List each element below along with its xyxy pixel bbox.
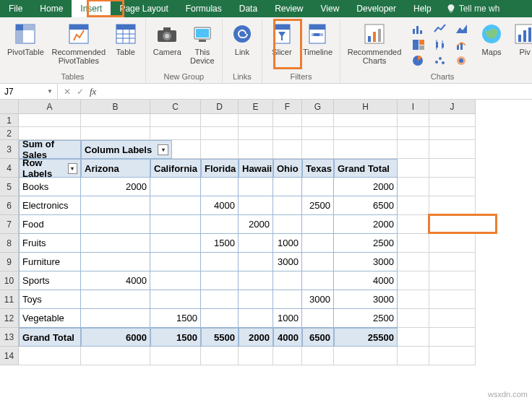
cell[interactable]: Sum of Sales bbox=[19, 140, 81, 159]
row-header[interactable]: 10 bbox=[0, 271, 19, 290]
cell[interactable] bbox=[239, 271, 273, 290]
cell[interactable] bbox=[429, 178, 476, 196]
cell[interactable] bbox=[398, 347, 429, 365]
cell[interactable] bbox=[150, 127, 201, 140]
cell[interactable] bbox=[302, 271, 334, 290]
cell[interactable] bbox=[398, 309, 429, 328]
column-header[interactable]: D bbox=[201, 100, 239, 114]
pivotchart-button[interactable]: Piv bbox=[510, 20, 532, 58]
recommended-pivottables-button[interactable]: Recommended PivotTables bbox=[50, 20, 108, 66]
cell[interactable] bbox=[81, 309, 150, 328]
cell[interactable] bbox=[239, 127, 273, 140]
cell[interactable] bbox=[398, 114, 429, 127]
cell[interactable]: Toys bbox=[19, 290, 81, 309]
tell-me-search[interactable]: Tell me wh bbox=[446, 4, 500, 14]
cell[interactable] bbox=[81, 290, 150, 309]
cell[interactable]: Books bbox=[19, 178, 81, 196]
camera-button[interactable]: Camera bbox=[150, 20, 184, 58]
cell[interactable]: Electronics bbox=[19, 196, 81, 215]
row-header[interactable]: 14 bbox=[0, 347, 19, 365]
select-all[interactable] bbox=[0, 100, 19, 114]
column-header[interactable]: E bbox=[239, 100, 273, 114]
cell[interactable]: 2000 bbox=[334, 178, 398, 196]
cell[interactable] bbox=[429, 140, 476, 159]
cell[interactable]: 4000 bbox=[334, 271, 398, 290]
cell[interactable]: 4000 bbox=[81, 271, 150, 290]
cell[interactable] bbox=[273, 196, 302, 215]
cell[interactable] bbox=[302, 309, 334, 328]
row-header[interactable]: 4 bbox=[0, 159, 19, 178]
filter-dropdown[interactable]: ▾ bbox=[158, 144, 168, 155]
cell[interactable] bbox=[398, 127, 429, 140]
cell[interactable] bbox=[19, 347, 81, 365]
cell[interactable]: Hawaii bbox=[239, 159, 273, 178]
cell[interactable] bbox=[398, 159, 429, 178]
cell[interactable] bbox=[334, 140, 398, 159]
cell[interactable] bbox=[201, 178, 239, 196]
scatter-chart-button[interactable] bbox=[430, 53, 450, 68]
treemap-button[interactable] bbox=[408, 38, 429, 52]
cell[interactable]: 1000 bbox=[273, 309, 302, 328]
cell[interactable] bbox=[81, 347, 150, 365]
column-header[interactable]: I bbox=[398, 100, 429, 114]
cell[interactable]: 5500 bbox=[201, 328, 239, 347]
column-header[interactable]: G bbox=[302, 100, 334, 114]
cell[interactable]: 3000 bbox=[273, 253, 302, 271]
cell[interactable] bbox=[201, 114, 239, 127]
row-header[interactable]: 13 bbox=[0, 328, 19, 347]
cell[interactable]: Furniture bbox=[19, 253, 81, 271]
cell[interactable]: 25500 bbox=[334, 328, 398, 347]
filter-dropdown[interactable]: ▾ bbox=[68, 163, 77, 174]
stats-chart-button[interactable] bbox=[430, 38, 450, 52]
cell[interactable]: 1000 bbox=[273, 234, 302, 253]
cell[interactable]: 2500 bbox=[334, 234, 398, 253]
column-header[interactable]: C bbox=[150, 100, 201, 114]
tab-home[interactable]: Home bbox=[31, 0, 72, 17]
row-header[interactable]: 3 bbox=[0, 140, 19, 159]
cell[interactable] bbox=[239, 309, 273, 328]
cell[interactable]: Texas bbox=[302, 159, 334, 178]
cell[interactable]: 1500 bbox=[150, 328, 201, 347]
column-header[interactable]: H bbox=[334, 100, 398, 114]
cell[interactable] bbox=[429, 127, 476, 140]
cell[interactable]: 2000 bbox=[81, 178, 150, 196]
cell[interactable] bbox=[150, 290, 201, 309]
row-header[interactable]: 11 bbox=[0, 290, 19, 309]
this-device-button[interactable]: This Device bbox=[187, 20, 218, 66]
pivottable-button[interactable]: PivotTable bbox=[4, 20, 47, 58]
cell[interactable] bbox=[81, 196, 150, 215]
table-button[interactable]: Table bbox=[111, 20, 141, 58]
cell[interactable]: Florida bbox=[201, 159, 239, 178]
pie-chart-button[interactable] bbox=[408, 53, 429, 68]
row-header[interactable]: 9 bbox=[0, 253, 19, 271]
column-header[interactable]: B bbox=[81, 100, 150, 114]
tab-review[interactable]: Review bbox=[266, 0, 312, 17]
cell[interactable] bbox=[81, 114, 150, 127]
slicer-button[interactable]: Slicer bbox=[267, 20, 297, 58]
maps-button[interactable]: Maps bbox=[476, 20, 507, 58]
timeline-button[interactable]: Timeline bbox=[300, 20, 335, 58]
cell[interactable] bbox=[429, 253, 476, 271]
cell[interactable] bbox=[398, 253, 429, 271]
cell[interactable]: Grand Total bbox=[19, 328, 81, 347]
cell[interactable] bbox=[398, 215, 429, 234]
cell[interactable] bbox=[150, 215, 201, 234]
cell[interactable] bbox=[273, 215, 302, 234]
cell[interactable] bbox=[201, 290, 239, 309]
cell[interactable] bbox=[201, 309, 239, 328]
link-button[interactable]: Link bbox=[227, 20, 257, 58]
cell[interactable] bbox=[239, 178, 273, 196]
cell[interactable] bbox=[429, 159, 476, 178]
cell[interactable] bbox=[19, 114, 81, 127]
cell[interactable] bbox=[429, 290, 476, 309]
radar-chart-button[interactable] bbox=[452, 53, 472, 68]
cell[interactable] bbox=[81, 253, 150, 271]
cell[interactable] bbox=[273, 114, 302, 127]
cell[interactable] bbox=[334, 114, 398, 127]
cell[interactable] bbox=[398, 290, 429, 309]
cell[interactable]: Column Labels▾ bbox=[81, 140, 172, 159]
cell[interactable] bbox=[150, 271, 201, 290]
cell[interactable] bbox=[398, 271, 429, 290]
cell[interactable] bbox=[429, 309, 476, 328]
cell[interactable]: Arizona bbox=[81, 159, 150, 178]
